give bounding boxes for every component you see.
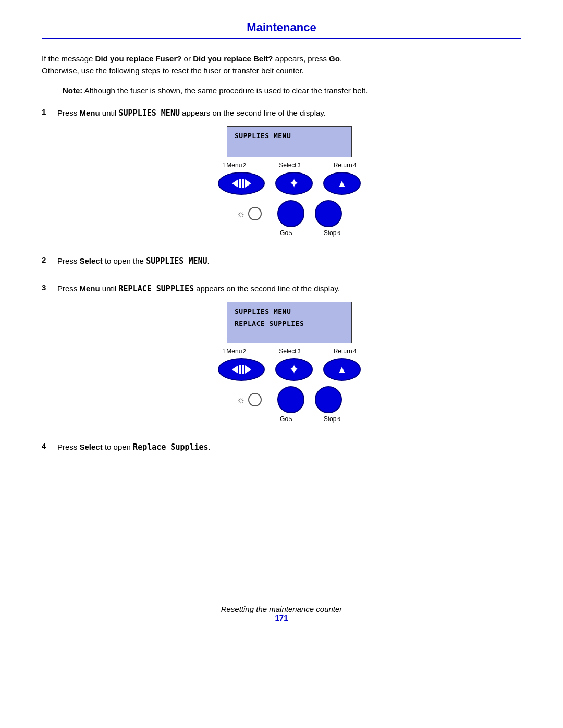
d2-arrow-right-icon — [245, 365, 251, 374]
step-3-text: Press Menu until REPLACE SUPPLIES appear… — [57, 283, 521, 295]
step-2-code: SUPPLIES MENU — [146, 256, 207, 266]
page-title: Maintenance — [42, 21, 521, 34]
arrow-left-icon — [232, 179, 238, 188]
step-1-code: SUPPLIES MENU — [119, 108, 180, 118]
stop-label-item: Stop 6 — [324, 229, 340, 237]
step-4: 4 Press Select to open Replace Supplies. — [42, 441, 521, 461]
select-button[interactable]: ✦ — [275, 172, 313, 195]
d2-menu-num2: 2 — [243, 349, 246, 354]
intro-paragraph: If the message Did you replace Fuser? or… — [42, 53, 521, 77]
d2-go-num: 5 — [289, 416, 292, 422]
d2-bar1 — [239, 365, 241, 374]
diagram-2-go-stop-labels: Go 5 Stop 6 — [206, 415, 373, 423]
d2-vert-bars — [239, 365, 244, 374]
step-2-content: Press Select to open the SUPPLIES MENU. — [57, 255, 521, 275]
bold-belt: Did you replace Belt? — [193, 54, 273, 63]
page-number: 171 — [42, 613, 521, 622]
step-3-bold-menu: Menu — [80, 284, 100, 293]
step-4-number: 4 — [42, 441, 57, 450]
d2-select-button[interactable]: ✦ — [275, 358, 313, 381]
go-label-item: Go 5 — [280, 229, 292, 237]
diagram-1-line1: SUPPLIES MENU — [235, 132, 344, 140]
d2-return-label: Return — [334, 348, 352, 355]
d2-select-label: Select — [279, 348, 296, 355]
d2-select-num: 3 — [298, 349, 301, 354]
menu-button[interactable] — [218, 172, 265, 195]
spacer — [42, 469, 521, 573]
bar2 — [242, 179, 244, 188]
d2-label-select: Select 3 — [279, 348, 300, 355]
step-4-bold-select: Select — [80, 442, 103, 451]
menu-num2: 2 — [243, 163, 246, 168]
up-arrow-icon: ▲ — [337, 178, 347, 190]
step-1: 1 Press Menu until SUPPLIES MENU appears… — [42, 107, 521, 248]
diagram-1-buttons-row1: ✦ ▲ — [206, 172, 373, 195]
step-3-code: REPLACE SUPPLIES — [119, 284, 194, 293]
menu-label: Menu — [226, 162, 242, 169]
d2-light-circle-icon — [248, 393, 262, 406]
label-return: Return 4 — [334, 162, 357, 169]
bar1 — [239, 179, 241, 188]
d2-menu-button[interactable] — [218, 358, 265, 381]
step-3-content: Press Menu until REPLACE SUPPLIES appear… — [57, 283, 521, 434]
step-2: 2 Press Select to open the SUPPLIES MENU… — [42, 255, 521, 275]
step-3-number: 3 — [42, 283, 57, 292]
step-4-text: Press Select to open Replace Supplies. — [57, 441, 521, 453]
note-paragraph: Note: Although the fuser is shown, the s… — [63, 85, 521, 97]
note-text: Although the fuser is shown, the same pr… — [84, 86, 368, 95]
d2-star-icon: ✦ — [289, 362, 299, 377]
d2-go-button[interactable] — [277, 386, 304, 413]
d2-return-button[interactable]: ▲ — [323, 358, 361, 381]
menu-num: 1 — [223, 163, 226, 168]
d2-label-return: Return 4 — [334, 348, 357, 355]
go-button[interactable] — [277, 200, 304, 227]
light-icon-area: ☼ — [237, 207, 262, 220]
d2-menu-button-inner — [232, 365, 251, 374]
bold-fuser: Did you replace Fuser? — [95, 54, 182, 63]
d2-stop-label-item: Stop 6 — [324, 415, 340, 423]
footer-label: Resetting the maintenance counter — [42, 573, 521, 613]
d2-light-icon-area: ☼ — [237, 393, 262, 406]
bold-go: Go — [329, 54, 340, 63]
light-circle-icon — [248, 207, 262, 220]
d2-stop-text: Stop — [324, 415, 337, 423]
go-num: 5 — [289, 230, 292, 236]
diagram-1: SUPPLIES MENU 1 Menu 2 Select 3 Return 4 — [206, 126, 373, 237]
step-2-text: Press Select to open the SUPPLIES MENU. — [57, 255, 521, 267]
title-underline — [42, 38, 521, 39]
d2-stop-button[interactable] — [315, 386, 342, 413]
page-container: Maintenance If the message Did you repla… — [0, 0, 563, 664]
d2-light-bulb-icon: ☼ — [237, 394, 246, 405]
diagram-1-labels: 1 Menu 2 Select 3 Return 4 — [206, 162, 373, 169]
select-label: Select — [279, 162, 296, 169]
d2-go-label-item: Go 5 — [280, 415, 292, 423]
diagram-2-labels: 1 Menu 2 Select 3 Return 4 — [206, 348, 373, 355]
arrow-right-icon — [245, 179, 251, 188]
intro-line2: Otherwise, use the following steps to re… — [42, 66, 304, 75]
diagram-2-screen: SUPPLIES MENU REPLACE SUPPLIES — [227, 302, 352, 343]
return-num: 4 — [353, 163, 357, 168]
step-1-text: Press Menu until SUPPLIES MENU appears o… — [57, 107, 521, 119]
d2-label-menu: 1 Menu 2 — [223, 348, 246, 355]
step-1-number: 1 — [42, 107, 57, 116]
stop-num: 6 — [337, 230, 340, 236]
label-select: Select 3 — [279, 162, 300, 169]
note-label: Note: — [63, 86, 82, 95]
select-num: 3 — [298, 163, 301, 168]
return-label: Return — [334, 162, 352, 169]
stop-button[interactable] — [315, 200, 342, 227]
step-1-content: Press Menu until SUPPLIES MENU appears o… — [57, 107, 521, 248]
step-4-content: Press Select to open Replace Supplies. — [57, 441, 521, 461]
stop-text: Stop — [324, 229, 337, 237]
diagram-2-line2: REPLACE SUPPLIES — [235, 319, 344, 327]
d2-menu-num: 1 — [223, 349, 226, 354]
return-button[interactable]: ▲ — [323, 172, 361, 195]
light-bulb-icon: ☼ — [237, 208, 246, 219]
vert-bars — [239, 179, 244, 188]
star-icon: ✦ — [289, 176, 299, 191]
step-2-number: 2 — [42, 255, 57, 264]
d2-stop-num: 6 — [337, 416, 340, 422]
step-1-bold-menu: Menu — [80, 108, 100, 117]
d2-menu-label: Menu — [226, 348, 242, 355]
d2-return-num: 4 — [353, 349, 357, 354]
